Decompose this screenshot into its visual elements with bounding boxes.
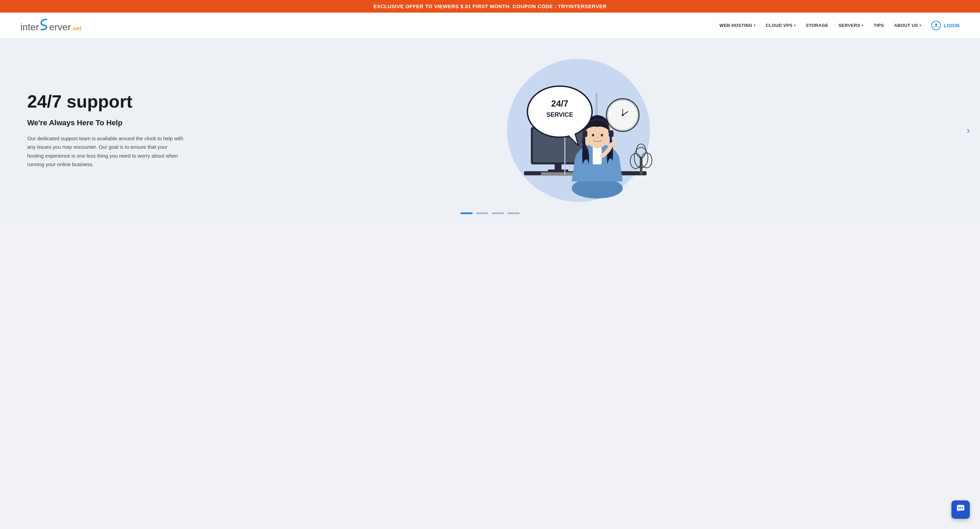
carousel-dot-4[interactable] bbox=[508, 212, 520, 214]
chevron-down-icon: ▾ bbox=[754, 24, 756, 27]
carousel-dot-1[interactable] bbox=[460, 212, 473, 214]
logo-dotnet: .net bbox=[72, 25, 81, 32]
chevron-down-icon: ▾ bbox=[862, 24, 863, 27]
hero-illustration-area: 24/7 SERVICE bbox=[204, 59, 953, 202]
svg-point-13 bbox=[622, 114, 624, 116]
svg-point-29 bbox=[611, 141, 617, 147]
illustration-svg: 24/7 SERVICE bbox=[497, 59, 660, 202]
carousel-dots bbox=[460, 212, 520, 214]
svg-point-16 bbox=[630, 153, 641, 169]
header: inter erver .net WEB HOSTING ▾ CLOUD VPS… bbox=[0, 13, 980, 38]
hero-title: 24/7 support bbox=[27, 92, 204, 111]
nav-storage[interactable]: STORAGE bbox=[806, 23, 828, 28]
chevron-down-icon: ▾ bbox=[920, 24, 921, 27]
nav-cloud-vps[interactable]: CLOUD VPS ▾ bbox=[765, 23, 795, 28]
logo-erver: erver bbox=[49, 22, 71, 33]
nav-tips[interactable]: TIPS bbox=[873, 23, 884, 28]
svg-point-17 bbox=[641, 153, 652, 168]
logo-s-icon bbox=[39, 18, 49, 30]
nav-about-us[interactable]: ABOUT US ▾ bbox=[894, 23, 921, 28]
svg-text:24/7: 24/7 bbox=[551, 99, 569, 108]
promo-banner: EXCLUSIVE OFFER TO VIEWERS $.01 FIRST MO… bbox=[0, 0, 980, 13]
support-illustration: 24/7 SERVICE bbox=[497, 59, 660, 202]
nav-web-hosting[interactable]: WEB HOSTING ▾ bbox=[719, 23, 756, 28]
nav-servers[interactable]: SERVERS ▾ bbox=[838, 23, 863, 28]
hero-content: 24/7 support We're Always Here To Help O… bbox=[27, 92, 204, 169]
logo-inter: inter bbox=[21, 22, 39, 33]
hero-section: 24/7 support We're Always Here To Help O… bbox=[0, 38, 980, 222]
svg-rect-26 bbox=[582, 131, 587, 137]
svg-point-25 bbox=[601, 134, 603, 137]
carousel-dot-2[interactable] bbox=[476, 212, 488, 214]
carousel-dot-3[interactable] bbox=[492, 212, 504, 214]
banner-text: EXCLUSIVE OFFER TO VIEWERS $.01 FIRST MO… bbox=[373, 3, 606, 9]
logo[interactable]: inter erver .net bbox=[21, 18, 81, 33]
login-button[interactable]: LOGIN bbox=[931, 21, 959, 30]
user-icon bbox=[931, 21, 941, 30]
svg-text:SERVICE: SERVICE bbox=[546, 111, 573, 118]
svg-point-18 bbox=[636, 144, 646, 158]
chevron-down-icon: ▾ bbox=[794, 24, 795, 27]
hero-description: Our dedicated support team is available … bbox=[27, 134, 184, 169]
hero-subtitle: We're Always Here To Help bbox=[27, 118, 204, 127]
svg-rect-27 bbox=[609, 131, 614, 137]
svg-point-28 bbox=[584, 146, 587, 149]
svg-point-24 bbox=[592, 134, 594, 137]
carousel-next-button[interactable]: › bbox=[967, 125, 970, 136]
svg-point-0 bbox=[935, 24, 937, 25]
main-nav: WEB HOSTING ▾ CLOUD VPS ▾ STORAGE SERVER… bbox=[719, 21, 959, 30]
